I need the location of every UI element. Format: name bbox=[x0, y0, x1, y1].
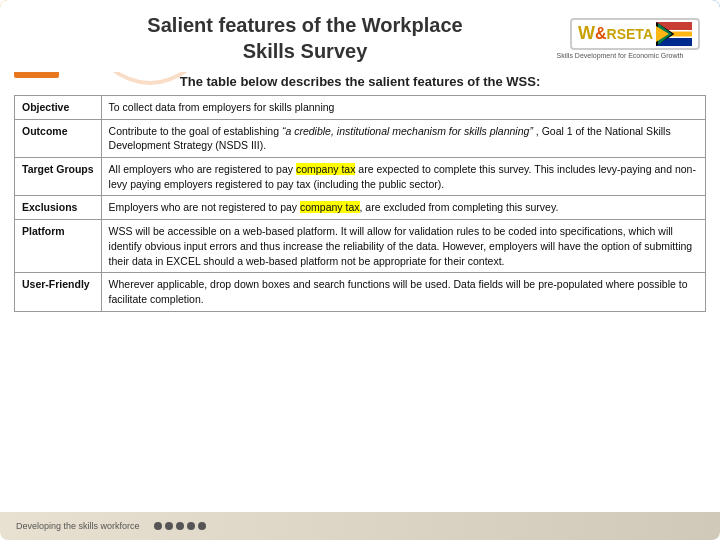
logo-amp: & bbox=[595, 25, 607, 43]
logo-box: W & RSETA bbox=[570, 18, 700, 50]
table-row: Outcome Contribute to the goal of establ… bbox=[15, 119, 706, 157]
label-target-groups: Target Groups bbox=[15, 158, 102, 196]
footer-dot-1 bbox=[154, 522, 162, 530]
footer-dot-5 bbox=[198, 522, 206, 530]
footer-bar: Developing the skills workforce bbox=[0, 512, 720, 540]
outcome-text1: Contribute to the goal of establishing bbox=[109, 125, 282, 137]
exclusion-highlight: company tax bbox=[300, 201, 360, 213]
content-outcome: Contribute to the goal of establishing “… bbox=[101, 119, 705, 157]
content-exclusions: Employers who are not registered to pay … bbox=[101, 196, 705, 220]
label-objective: Objective bbox=[15, 96, 102, 120]
table-row: Exclusions Employers who are not registe… bbox=[15, 196, 706, 220]
exclusion-text1: Employers who are not registered to pay bbox=[109, 201, 300, 213]
table-wrapper: Objective To collect data from employers… bbox=[0, 95, 720, 316]
table-row: Platform WSS will be accessible on a web… bbox=[15, 220, 706, 273]
table-row: Objective To collect data from employers… bbox=[15, 96, 706, 120]
target-text1: All employers who are registered to pay bbox=[109, 163, 296, 175]
content-target-groups: All employers who are registered to pay … bbox=[101, 158, 705, 196]
footer-text: Developing the skills workforce bbox=[16, 521, 140, 531]
table-row: User-Friendly Wherever applicable, drop … bbox=[15, 273, 706, 311]
exclusion-text2: , are excluded from completing this surv… bbox=[360, 201, 559, 213]
label-exclusions: Exclusions bbox=[15, 196, 102, 220]
content-user-friendly: Wherever applicable, drop down boxes and… bbox=[101, 273, 705, 311]
logo-area: W & RSETA Skills Development for E bbox=[540, 18, 700, 59]
logo-w: W bbox=[578, 23, 595, 44]
logo-sub: Skills Development for Economic Growth bbox=[540, 52, 700, 59]
footer-dot-3 bbox=[176, 522, 184, 530]
content-platform: WSS will be accessible on a web-based pl… bbox=[101, 220, 705, 273]
footer-dots bbox=[154, 522, 206, 530]
label-platform: Platform bbox=[15, 220, 102, 273]
content-objective: To collect data from employers for skill… bbox=[101, 96, 705, 120]
footer-dot-4 bbox=[187, 522, 195, 530]
features-table: Objective To collect data from employers… bbox=[14, 95, 706, 312]
slide-container: Salient features of the Workplace Skills… bbox=[0, 0, 720, 540]
sa-flag-icon bbox=[656, 22, 692, 46]
outcome-italic: “a credible, institutional mechanism for… bbox=[282, 125, 533, 137]
target-highlight: company tax bbox=[296, 163, 356, 175]
header-title: Salient features of the Workplace Skills… bbox=[70, 12, 540, 64]
label-user-friendly: User-Friendly bbox=[15, 273, 102, 311]
label-outcome: Outcome bbox=[15, 119, 102, 157]
header: Salient features of the Workplace Skills… bbox=[0, 0, 720, 72]
footer-dot-2 bbox=[165, 522, 173, 530]
table-row: Target Groups All employers who are regi… bbox=[15, 158, 706, 196]
logo-rseta: RSETA bbox=[607, 26, 653, 42]
